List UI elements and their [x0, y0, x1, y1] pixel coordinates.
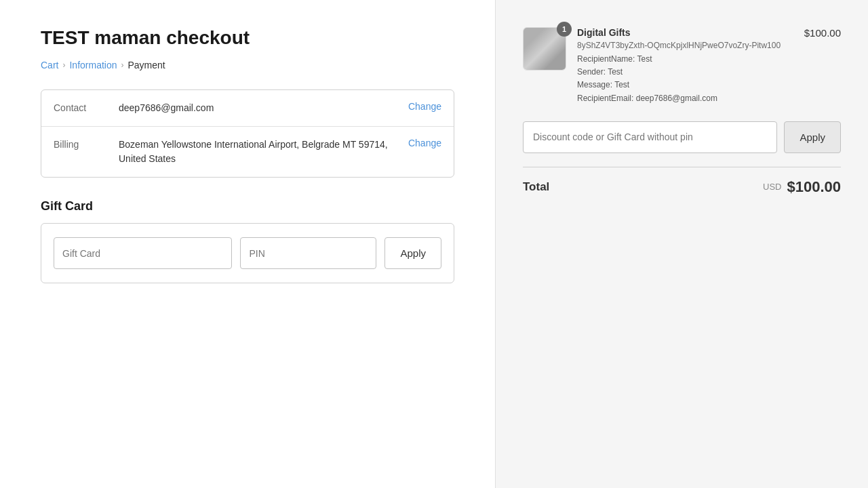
breadcrumb-payment: Payment	[128, 60, 165, 70]
product-code: 8yShZ4VT3byZxth-OQmcKpjxlHNjPweO7voZry-P…	[577, 41, 793, 50]
pin-input[interactable]	[240, 237, 376, 269]
contact-value: deep7686@gmail.com	[119, 101, 397, 115]
product-sender: Sender: Test	[577, 66, 793, 79]
gift-card-title: Gift Card	[41, 199, 454, 214]
total-row: Total USD $100.00	[523, 178, 841, 196]
store-title: TEST maman checkout	[41, 27, 454, 49]
breadcrumb-cart[interactable]: Cart	[41, 60, 58, 70]
product-details: Digital Gifts 8yShZ4VT3byZxth-OQmcKpjxlH…	[577, 27, 793, 105]
discount-input[interactable]	[523, 121, 777, 153]
product-name: Digital Gifts	[577, 27, 793, 38]
breadcrumb-information[interactable]: Information	[69, 60, 117, 70]
product-message: Message: Test	[577, 79, 793, 92]
product-badge: 1	[557, 22, 572, 37]
billing-change-link[interactable]: Change	[408, 138, 441, 148]
total-label: Total	[523, 180, 549, 194]
discount-apply-button[interactable]: Apply	[784, 121, 841, 153]
billing-row: Billing Bozeman Yellowstone Internationa…	[41, 126, 454, 177]
divider	[523, 167, 841, 167]
contact-row: Contact deep7686@gmail.com Change	[41, 90, 454, 126]
product-recipient-email: RecipientEmail: deep7686@gmail.com	[577, 92, 793, 105]
gift-card-inputs: Apply	[54, 237, 441, 269]
breadcrumb-separator-2: ›	[121, 60, 124, 70]
gift-card-box: Apply	[41, 223, 454, 283]
total-price: $100.00	[787, 178, 841, 196]
total-price-wrapper: USD $100.00	[763, 178, 841, 196]
product-price: $100.00	[804, 27, 841, 39]
gift-card-section: Gift Card Apply	[41, 199, 454, 283]
product-image-wrapper: 1	[523, 27, 566, 70]
gift-card-apply-button[interactable]: Apply	[384, 237, 441, 269]
breadcrumb: Cart › Information › Payment	[41, 60, 454, 70]
billing-value: Bozeman Yellowstone International Airpor…	[119, 138, 397, 166]
right-panel: 1 Digital Gifts 8yShZ4VT3byZxth-OQmcKpjx…	[495, 0, 868, 488]
left-panel: TEST maman checkout Cart › Information ›…	[0, 0, 495, 488]
product-meta: RecipientName: Test Sender: Test Message…	[577, 53, 793, 105]
contact-change-link[interactable]: Change	[408, 101, 441, 112]
discount-row: Apply	[523, 121, 841, 153]
breadcrumb-separator-1: ›	[62, 60, 65, 70]
billing-label: Billing	[54, 138, 108, 150]
product-item: 1 Digital Gifts 8yShZ4VT3byZxth-OQmcKpjx…	[523, 27, 841, 105]
contact-label: Contact	[54, 101, 108, 113]
product-recipient-name: RecipientName: Test	[577, 53, 793, 66]
total-currency: USD	[763, 182, 781, 192]
gift-card-input[interactable]	[54, 237, 232, 269]
info-box: Contact deep7686@gmail.com Change Billin…	[41, 89, 454, 178]
